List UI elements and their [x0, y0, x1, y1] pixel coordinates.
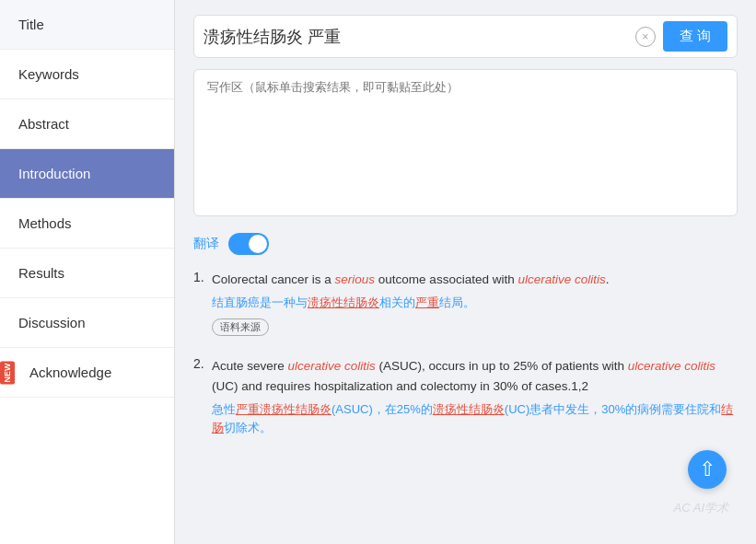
sidebar-item-discussion[interactable]: Discussion	[0, 298, 174, 348]
translate-toggle[interactable]	[228, 233, 269, 255]
source-badge-1[interactable]: 语料来源	[212, 318, 269, 336]
writing-area[interactable]	[193, 69, 738, 216]
sidebar-item-label: Acknowledge	[29, 365, 111, 380]
main-content: × 查 询 翻译 1. Colorectal cancer is a serio…	[175, 0, 756, 544]
result-en-1: Colorectal cancer is a serious outcome a…	[212, 270, 738, 290]
sidebar-item-results[interactable]: Results	[0, 249, 174, 298]
toggle-thumb	[249, 235, 267, 253]
result-item-2[interactable]: 2. Acute severe ulcerative colitis (ASUC…	[193, 356, 738, 438]
result-cn-2: 急性严重溃疡性结肠炎(ASUC)，在25%的溃疡性结肠炎(UC)患者中发生，30…	[212, 400, 738, 439]
keyword-uc-3: ulcerative colitis	[628, 359, 715, 373]
cn-keyword-2: 严重	[415, 295, 439, 309]
result-en-2: Acute severe ulcerative colitis (ASUC), …	[212, 356, 738, 396]
cn-keyword-4: 溃疡性结肠炎	[433, 402, 505, 416]
keyword-serious: serious	[335, 272, 376, 286]
new-badge: NEW	[0, 361, 15, 384]
sidebar-item-abstract[interactable]: Abstract	[0, 99, 174, 149]
sidebar-item-label: Keywords	[18, 66, 79, 82]
sidebar-item-introduction[interactable]: Introduction	[0, 149, 174, 199]
sidebar-item-label: Methods	[18, 215, 72, 231]
watermark: AC AI学术	[674, 500, 728, 516]
translate-label: 翻译	[193, 236, 219, 252]
sidebar-item-label: Introduction	[18, 166, 90, 181]
keyword-uc-1: ulcerative colitis	[518, 272, 605, 286]
search-bar: × 查 询	[193, 15, 738, 58]
search-button[interactable]: 查 询	[663, 21, 727, 52]
cn-keyword-1: 溃疡性结肠炎	[308, 295, 379, 309]
result-cn-1: 结直肠癌是一种与溃疡性结肠炎相关的严重结局。	[212, 294, 738, 313]
search-input[interactable]	[204, 27, 628, 46]
search-clear-button[interactable]: ×	[635, 27, 656, 47]
sidebar-item-label: Title	[18, 17, 44, 32]
sidebar-item-keywords[interactable]: Keywords	[0, 50, 174, 99]
sidebar-item-methods[interactable]: Methods	[0, 199, 174, 249]
translate-row: 翻译	[193, 233, 738, 255]
sidebar-item-label: Abstract	[18, 116, 69, 132]
sidebar-item-acknowledge[interactable]: NEW Acknowledge	[0, 348, 174, 398]
sidebar-item-label: Results	[18, 265, 64, 281]
results-list: 1. Colorectal cancer is a serious outcom…	[193, 270, 738, 438]
result-item-1[interactable]: 1. Colorectal cancer is a serious outcom…	[193, 270, 738, 336]
toggle-track	[228, 233, 269, 255]
result-number-2: 2.	[193, 356, 204, 371]
sidebar-item-title[interactable]: Title	[0, 0, 174, 50]
keyword-uc-2: ulcerative colitis	[288, 359, 376, 373]
scroll-up-button[interactable]: ⇧	[688, 450, 727, 489]
cn-keyword-3: 严重溃疡性结肠炎	[236, 402, 331, 416]
sidebar-item-label: Discussion	[18, 315, 86, 330]
sidebar: Title Keywords Abstract Introduction Met…	[0, 0, 175, 544]
result-number-1: 1.	[193, 270, 204, 284]
